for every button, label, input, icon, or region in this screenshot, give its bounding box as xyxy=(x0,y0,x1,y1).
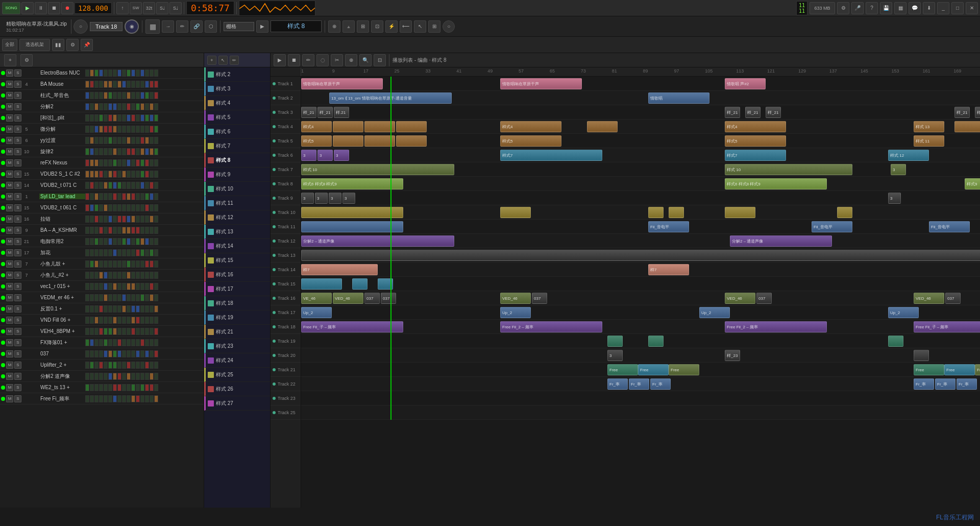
pad[interactable] xyxy=(140,294,144,301)
pad[interactable] xyxy=(145,384,149,391)
pad[interactable] xyxy=(117,193,121,200)
pad[interactable] xyxy=(99,216,103,223)
pad[interactable] xyxy=(85,204,89,211)
channel-name[interactable]: FX降落01 + xyxy=(39,339,85,346)
pad[interactable] xyxy=(150,171,154,178)
pattern-item[interactable]: 样式 11 xyxy=(204,196,270,210)
pad[interactable] xyxy=(90,227,94,234)
pad[interactable] xyxy=(94,339,99,346)
download-icon[interactable]: ⬇ xyxy=(923,2,935,14)
channel-row[interactable]: M S VND Fill 06 + xyxy=(0,315,204,326)
pad[interactable] xyxy=(145,350,149,357)
clip-block[interactable]: Up_2 xyxy=(301,307,332,318)
channel-row[interactable]: M S 6 yy过渡 xyxy=(0,135,204,146)
track-row[interactable]: 333样式7样式7样式 12 xyxy=(301,148,980,162)
stop-button[interactable]: ⏹ xyxy=(48,2,60,14)
pad[interactable] xyxy=(94,92,99,99)
pad[interactable] xyxy=(131,126,135,133)
pad[interactable] xyxy=(117,126,121,133)
pad[interactable] xyxy=(113,171,117,178)
pad[interactable] xyxy=(90,350,94,357)
pad[interactable] xyxy=(94,193,99,200)
clip-block[interactable]: 3 xyxy=(891,164,906,175)
pattern-item[interactable]: 样式 7 xyxy=(204,139,270,153)
pad[interactable] xyxy=(94,305,99,313)
track-label[interactable]: Track 17 xyxy=(271,305,301,320)
pad[interactable] xyxy=(122,103,126,110)
clip-block[interactable] xyxy=(607,336,623,347)
pad[interactable] xyxy=(94,81,99,88)
pad[interactable] xyxy=(127,260,131,268)
channel-name[interactable]: Free Fi_频率 xyxy=(39,395,85,402)
channel-name[interactable]: VEH4_8BPM + xyxy=(39,328,85,334)
mute-button[interactable]: M xyxy=(6,305,13,313)
timeline-more-icon[interactable]: ⊡ xyxy=(374,54,386,66)
pad[interactable] xyxy=(90,114,94,122)
mute-button[interactable]: M xyxy=(6,114,13,122)
clip-block[interactable] xyxy=(954,121,980,132)
pad[interactable] xyxy=(150,216,154,223)
pad[interactable] xyxy=(127,204,131,211)
pad[interactable] xyxy=(145,193,149,200)
pad[interactable] xyxy=(90,148,94,155)
clip-block[interactable] xyxy=(837,207,852,218)
pad[interactable] xyxy=(140,260,144,268)
swing-icon[interactable]: SW xyxy=(130,2,142,14)
solo-button[interactable]: S xyxy=(14,328,21,335)
track-label[interactable]: Track 16 xyxy=(271,291,301,305)
pad[interactable] xyxy=(113,294,117,301)
pad[interactable] xyxy=(108,317,112,324)
knob2-icon[interactable]: ⊕ xyxy=(328,20,340,33)
pad[interactable] xyxy=(127,126,131,133)
pad[interactable] xyxy=(131,260,135,268)
solo-button[interactable]: S xyxy=(14,126,21,133)
pad[interactable] xyxy=(136,350,140,357)
pattern-item[interactable]: 样式 16 xyxy=(204,268,270,282)
pad[interactable] xyxy=(108,384,112,391)
clip-block[interactable]: 样_21 xyxy=(725,107,740,118)
pad[interactable] xyxy=(131,137,135,144)
pad[interactable] xyxy=(99,362,103,369)
channel-name[interactable]: [和弦]_.plit xyxy=(39,114,85,122)
pad[interactable] xyxy=(140,92,144,99)
pad[interactable] xyxy=(104,350,108,357)
pad[interactable] xyxy=(117,272,121,279)
pattern-item[interactable]: 样式 2 xyxy=(204,67,270,82)
mute-button[interactable]: M xyxy=(6,171,13,178)
active-led[interactable] xyxy=(1,206,5,210)
pad[interactable] xyxy=(136,216,140,223)
arrow-right-icon[interactable]: ▶ xyxy=(256,20,268,33)
mute-button[interactable]: M xyxy=(6,260,13,268)
pad[interactable] xyxy=(154,81,158,88)
pattern-add-icon[interactable]: + xyxy=(207,56,216,65)
pad[interactable] xyxy=(145,103,149,110)
pad[interactable] xyxy=(104,92,108,99)
pad[interactable] xyxy=(131,362,135,369)
pad[interactable] xyxy=(108,238,112,245)
solo-button[interactable]: S xyxy=(14,238,21,245)
pad[interactable] xyxy=(140,148,144,155)
play-button[interactable]: ▶ xyxy=(21,2,34,14)
mute-button[interactable]: M xyxy=(6,395,13,402)
pad[interactable] xyxy=(150,148,154,155)
pad[interactable] xyxy=(90,362,94,369)
track-row[interactable]: 样7样7样7 xyxy=(301,262,980,277)
pad[interactable] xyxy=(136,81,140,88)
channel-row[interactable]: M S 17 加花 xyxy=(0,247,204,258)
track-row[interactable]: VE_46VED_46037037VED_46037VED_46037VED_4… xyxy=(301,291,980,305)
pad[interactable] xyxy=(90,159,94,166)
pad[interactable] xyxy=(85,339,89,346)
solo-button[interactable]: S xyxy=(14,373,21,380)
pad[interactable] xyxy=(104,103,108,110)
clip-block[interactable]: Fr_率 xyxy=(607,378,628,390)
link-icon[interactable]: 🔗 xyxy=(190,20,203,33)
track-row[interactable]: Fr_率Fr_率Fr_率Fr_率Fr_率Fr_率 xyxy=(301,377,980,391)
channel-row[interactable]: M S VEH4_8BPM + xyxy=(0,326,204,337)
clip-block[interactable]: VED_46 xyxy=(500,293,531,304)
clip-block[interactable] xyxy=(364,135,395,147)
pad[interactable] xyxy=(113,182,117,189)
pad[interactable] xyxy=(99,260,103,268)
channel-row[interactable]: M S 分解2 xyxy=(0,101,204,112)
pad[interactable] xyxy=(99,249,103,256)
channel-name[interactable]: yy过渡 xyxy=(39,137,85,144)
